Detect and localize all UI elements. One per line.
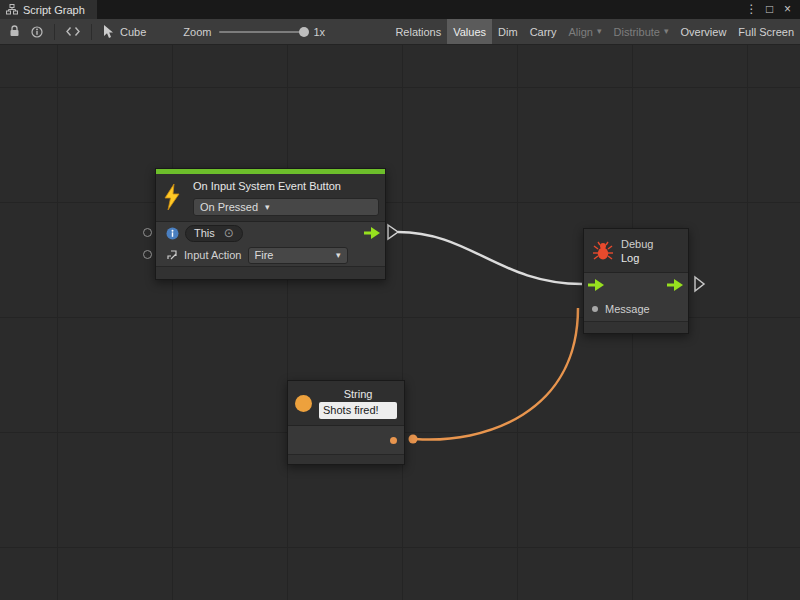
toolbar-button-carry[interactable]: Carry (524, 19, 563, 44)
node-debug-log[interactable]: Debug Log Message (583, 228, 689, 334)
string-node-header: String Shots fired! (288, 381, 404, 426)
string-wire-end-dot[interactable] (409, 435, 418, 444)
zoom-value: 1x (313, 26, 325, 38)
log-flow-output-port[interactable] (667, 279, 683, 291)
debug-flow-ports-row (584, 273, 688, 297)
input-action-label: Input Action (184, 249, 242, 261)
event-node-footer (156, 266, 385, 279)
message-port-row: Message (584, 297, 688, 321)
message-port-label: Message (605, 303, 650, 315)
debug-node-category: Debug (621, 237, 653, 251)
code-icon[interactable] (66, 26, 80, 37)
string-node-footer (288, 454, 404, 464)
log-output-connector-triangle[interactable] (695, 277, 704, 291)
toolbar-button-relations[interactable]: Relations (389, 19, 447, 44)
string-value-input[interactable]: Shots fired! (319, 402, 397, 419)
zoom-slider[interactable] (219, 31, 305, 33)
lightning-icon (162, 184, 182, 210)
toolbar-button-values[interactable]: Values (447, 19, 492, 44)
message-input-port[interactable] (592, 306, 598, 312)
chevron-down-icon: ▾ (664, 27, 669, 36)
graph-icon (6, 4, 18, 15)
zoom-label: Zoom (183, 26, 211, 38)
window-menu-button[interactable]: ⋮ (744, 0, 759, 19)
info-icon[interactable] (31, 26, 43, 38)
wire-string-to-message[interactable] (415, 308, 578, 440)
toolbar-buttons: Relations Values Dim Carry Align ▾ Distr… (389, 19, 800, 44)
node-string-literal[interactable]: String Shots fired! (287, 380, 405, 465)
input-action-row: Input Action Fire ▾ (156, 244, 385, 266)
this-port-row: This ⊙ (156, 222, 385, 244)
input-action-dropdown[interactable]: Fire ▾ (248, 247, 348, 264)
string-node-title: String (344, 388, 373, 400)
toolbar-separator (54, 24, 55, 40)
chevron-down-icon: ▾ (336, 251, 341, 260)
toolbar-button-fullscreen[interactable]: Full Screen (732, 19, 800, 44)
window-maximize-button[interactable]: □ (762, 0, 777, 19)
debug-node-header: Debug Log (584, 229, 688, 273)
zoom-slider-knob[interactable] (299, 27, 309, 37)
window-controls: ⋮ □ × (744, 0, 800, 19)
zoom-control: Zoom 1x (183, 26, 325, 38)
this-input-port[interactable] (143, 228, 152, 237)
object-picker-icon: ⊙ (224, 227, 234, 239)
wire-event-to-log[interactable] (398, 232, 582, 284)
string-output-port[interactable] (390, 437, 397, 444)
event-mode-dropdown[interactable]: On Pressed ▾ (193, 198, 379, 216)
log-flow-input-port[interactable] (588, 279, 604, 291)
debug-node-name: Log (621, 251, 653, 265)
event-node-header: On Input System Event Button On Pressed … (156, 174, 385, 222)
pointer-icon (103, 25, 115, 39)
input-action-icon (166, 249, 178, 261)
info-badge-icon (166, 227, 179, 240)
toolbar-separator (91, 24, 92, 40)
script-graph-window: Script Graph ⋮ □ × (0, 0, 800, 600)
graph-canvas[interactable]: On Input System Event Button On Pressed … (0, 45, 800, 600)
this-object-field[interactable]: This ⊙ (185, 225, 243, 242)
chevron-down-icon: ▾ (265, 203, 270, 212)
node-on-input-system-event-button[interactable]: On Input System Event Button On Pressed … (155, 168, 386, 280)
graph-toolbar: Cube Zoom 1x Relations Values Dim Carry … (0, 19, 800, 45)
lock-icon[interactable] (9, 25, 20, 38)
graph-target-selector[interactable]: Cube (103, 25, 146, 39)
toolbar-button-overview[interactable]: Overview (675, 19, 733, 44)
toolbar-left-group: Cube (0, 24, 155, 40)
toolbar-button-align[interactable]: Align ▾ (563, 19, 608, 44)
debug-node-footer (584, 321, 688, 333)
event-flow-connector-triangle[interactable] (388, 225, 398, 239)
bug-icon (592, 240, 614, 262)
tab-title: Script Graph (23, 4, 85, 16)
chevron-down-icon: ▾ (597, 27, 602, 36)
string-type-icon (295, 395, 312, 412)
event-flow-output-port[interactable] (364, 227, 380, 239)
toolbar-button-dim[interactable]: Dim (492, 19, 524, 44)
input-action-input-port[interactable] (143, 250, 152, 259)
target-name: Cube (120, 26, 146, 38)
event-node-title: On Input System Event Button (193, 178, 379, 195)
window-close-button[interactable]: × (780, 0, 795, 19)
toolbar-button-distribute[interactable]: Distribute ▾ (608, 19, 675, 44)
string-output-row (288, 426, 404, 454)
titlebar: Script Graph ⋮ □ × (0, 0, 800, 19)
tab-script-graph[interactable]: Script Graph (0, 0, 97, 19)
